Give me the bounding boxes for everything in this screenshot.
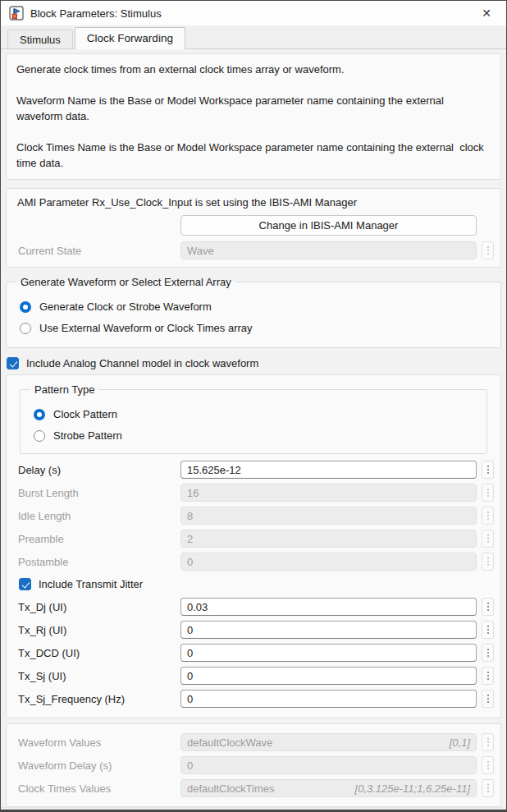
clock-pattern-radio-label: Clock Pattern [53,408,117,420]
use-external-radio-row[interactable]: Use External Waveform or Clock Times arr… [13,322,494,334]
current-state-label: Current State [18,245,180,257]
delay-row: Delay (s) [13,461,494,479]
tx-sj-frequency-menu-icon[interactable] [482,690,494,708]
include-transmit-jitter-checkbox[interactable] [19,578,31,590]
tx-dj-label: Tx_Dj (UI) [18,601,180,613]
delay-input[interactable] [180,461,477,479]
change-in-ibis-ami-manager-button[interactable]: Change in IBIS-AMI Manager [180,215,477,236]
tab-clock-forwarding[interactable]: Clock Forwarding [75,27,185,49]
use-external-radio[interactable] [20,323,31,334]
tx-rj-row: Tx_Rj (UI) [13,621,494,639]
tx-rj-input[interactable] [180,621,477,639]
tx-dj-input[interactable] [180,598,477,616]
tab-content: Generate clock times from an external cl… [1,49,506,810]
tab-bar: Stimulus Clock Forwarding [1,25,506,49]
preamble-row: Preamble [13,530,494,548]
tx-dcd-label: Tx_DCD (UI) [18,647,180,659]
label-spacer [13,215,180,236]
tx-sj-frequency-input[interactable] [180,690,477,708]
waveform-values-field: defaultClockWave [0,1] [180,733,477,751]
description-line-1: Generate clock times from an external cl… [16,62,491,77]
description-line-3: Clock Times Name is the Base or Model Wo… [16,140,491,171]
tx-rj-menu-icon[interactable] [482,621,494,639]
burst-length-menu-icon [482,484,494,502]
tx-sj-label: Tx_Sj (UI) [18,670,180,682]
tx-sj-row: Tx_Sj (UI) [13,667,494,685]
waveform-delay-field: 0 [180,756,477,774]
tx-dj-row: Tx_Dj (UI) [13,598,494,616]
include-analog-channel-row[interactable]: Include Analog Channel model in clock wa… [6,357,501,369]
window-title: Block Parameters: Stimulus [30,7,475,20]
external-waveform-panel: Waveform Values defaultClockWave [0,1] W… [6,723,501,807]
delay-label: Delay (s) [18,464,180,476]
generate-waveform-group-legend: Generate Waveform or Select External Arr… [16,276,235,288]
clock-times-values-field: defaultClockTimes [0,3.125e-11;1,6.25e-1… [180,779,477,797]
clock-times-values-row: Clock Times Values defaultClockTimes [0,… [13,779,494,797]
tx-dcd-menu-icon[interactable] [482,644,494,662]
simulink-block-icon [9,6,24,21]
waveform-values-size-hint: [0,1] [450,736,470,749]
clock-pattern-radio-row[interactable]: Clock Pattern [27,408,480,420]
strobe-pattern-radio-row[interactable]: Strobe Pattern [27,429,480,442]
pattern-type-group: Pattern Type Clock Pattern Strobe Patter… [20,383,487,454]
block-parameters-dialog: Block Parameters: Stimulus ✕ Stimulus Cl… [0,0,507,812]
burst-length-row: Burst Length [13,484,494,502]
clock-times-values-label: Clock Times Values [18,782,180,795]
tx-sj-menu-icon[interactable] [482,667,494,685]
waveform-values-row: Waveform Values defaultClockWave [0,1] [13,733,494,751]
clock-times-values-size-hint: [0,3.125e-11;1,6.25e-11] [355,782,470,795]
postamble-input [180,553,477,571]
include-transmit-jitter-row[interactable]: Include Transmit Jitter [19,578,494,590]
waveform-values-menu-icon [482,733,494,751]
ami-parameter-panel: AMI Parameter Rx_Use_Clock_Input is set … [6,188,501,268]
idle-length-menu-icon [482,507,494,525]
postamble-menu-icon [482,553,494,571]
description-panel: Generate clock times from an external cl… [6,53,501,180]
clock-pattern-radio[interactable] [34,409,45,420]
tx-rj-label: Tx_Rj (UI) [18,624,180,636]
clock-parameters-panel: Pattern Type Clock Pattern Strobe Patter… [6,374,501,718]
tab-stimulus[interactable]: Stimulus [7,30,73,48]
postamble-label: Postamble [18,556,180,568]
waveform-delay-menu-icon [482,756,494,774]
current-state-value: Wave [187,245,470,257]
description-line-2: Waveform Name is the Base or Model Works… [16,93,491,124]
tx-dcd-row: Tx_DCD (UI) [13,644,494,662]
burst-length-label: Burst Length [18,487,180,499]
use-external-radio-label: Use External Waveform or Clock Times arr… [39,322,253,334]
generate-clock-radio-row[interactable]: Generate Clock or Strobe Waveform [13,300,494,313]
current-state-field: Wave [180,241,477,259]
include-analog-channel-label: Include Analog Channel model in clock wa… [26,357,258,369]
postamble-row: Postamble [13,553,494,571]
titlebar: Block Parameters: Stimulus ✕ [1,1,506,25]
ami-info-text: AMI Parameter Rx_Use_Clock_Input is set … [13,195,494,209]
burst-length-input [180,484,477,502]
generate-clock-radio-label: Generate Clock or Strobe Waveform [39,300,212,313]
dialog-button-bar: OK Cancel Help Apply [1,807,506,810]
preamble-menu-icon [482,530,494,548]
waveform-values-label: Waveform Values [18,736,180,749]
waveform-delay-value: 0 [187,759,470,772]
strobe-pattern-radio[interactable] [34,430,45,442]
include-analog-channel-checkbox[interactable] [7,357,19,369]
generate-clock-radio[interactable] [20,301,31,313]
idle-length-input [180,507,477,525]
tx-sj-frequency-row: Tx_Sj_Frequency (Hz) [13,690,494,708]
waveform-values-value: defaultClockWave [187,736,450,749]
include-transmit-jitter-label: Include Transmit Jitter [39,578,143,590]
idle-length-row: Idle Length [13,507,494,525]
idle-length-label: Idle Length [18,510,180,522]
tx-sj-frequency-label: Tx_Sj_Frequency (Hz) [18,693,180,705]
delay-menu-icon[interactable] [482,461,494,479]
tx-dj-menu-icon[interactable] [482,598,494,616]
current-state-row: Current State Wave [13,241,494,259]
clock-times-values-value: defaultClockTimes [187,782,355,795]
preamble-input [180,530,477,548]
tx-sj-input[interactable] [180,667,477,685]
strobe-pattern-radio-label: Strobe Pattern [53,429,122,442]
preamble-label: Preamble [18,533,180,545]
waveform-delay-row: Waveform Delay (s) 0 [13,756,494,774]
pattern-type-group-legend: Pattern Type [30,383,98,396]
tx-dcd-input[interactable] [180,644,477,662]
close-icon[interactable]: ✕ [475,3,498,23]
